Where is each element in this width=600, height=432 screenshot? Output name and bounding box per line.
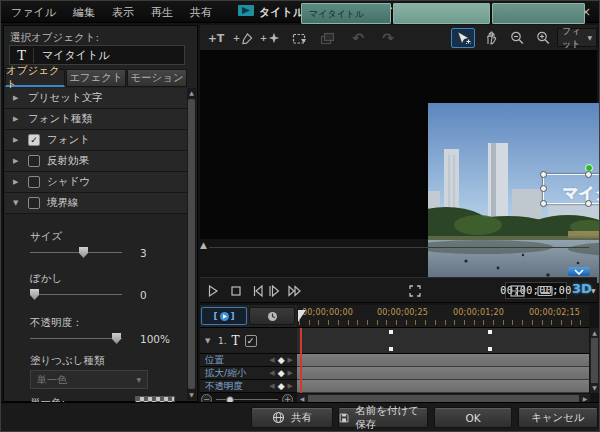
add-keyframe-icon[interactable]: ◆	[278, 381, 285, 391]
next-keyframe-icon[interactable]: ▶	[288, 382, 293, 390]
section-font-type[interactable]: ▶ フォント種類	[5, 109, 189, 130]
border-checkbox[interactable]	[28, 197, 40, 209]
ok-button[interactable]: OK	[434, 407, 512, 428]
scale-row-header[interactable]: 拡大/縮小 ◀ ◆ ▶	[200, 367, 297, 380]
title-clip-segment-2[interactable]	[393, 3, 490, 24]
selected-object-field[interactable]: T マイタイトル	[9, 45, 185, 65]
tab-effect[interactable]: エフェクト	[66, 69, 126, 87]
collapsed-arrow-icon[interactable]: ▶	[13, 115, 21, 123]
expanded-arrow-icon[interactable]: ▼	[13, 199, 21, 207]
clip-trim-handle[interactable]	[488, 347, 492, 351]
title-track-header[interactable]: ▼ 1. T ✓	[200, 328, 297, 354]
zoom-out-button[interactable]	[505, 28, 529, 48]
opacity-keyframe-lane[interactable]	[297, 380, 589, 393]
opacity-slider[interactable]	[30, 333, 122, 344]
panel-scrollbar[interactable]: ▲ ▼	[187, 88, 196, 400]
prev-keyframe-icon[interactable]: ◀	[269, 382, 274, 390]
tab-motion[interactable]: モーション	[127, 69, 187, 87]
title-clip-segment-3[interactable]	[492, 3, 585, 24]
pan-hand-tool-button[interactable]	[479, 28, 503, 48]
next-keyframe-icon[interactable]: ▶	[288, 369, 293, 377]
track-visibility-checkbox[interactable]: ✓	[245, 335, 257, 347]
seek-bar[interactable]	[209, 247, 589, 248]
scroll-down-icon[interactable]: ▼	[590, 383, 599, 393]
screen-view-button[interactable]	[536, 283, 554, 299]
collapsed-arrow-icon[interactable]: ▶	[13, 178, 21, 186]
panel-scrollbar-thumb[interactable]	[188, 99, 195, 389]
text-selection-box[interactable]	[543, 174, 600, 204]
3d-mode-button[interactable]: 3D	[572, 281, 592, 296]
blur-slider-thumb[interactable]	[30, 289, 39, 300]
share-button[interactable]: 共有	[251, 407, 333, 428]
timeline-vscroll-thumb[interactable]	[591, 338, 598, 383]
timeline-playhead[interactable]	[300, 328, 302, 393]
fullscreen-button[interactable]	[406, 283, 424, 299]
position-keyframe-lane[interactable]	[297, 354, 589, 367]
clip-trim-handle[interactable]	[488, 330, 492, 334]
3d-dropdown-arrow-icon[interactable]: ▼	[591, 287, 596, 294]
preview-canvas[interactable]: マイタイトル	[428, 103, 600, 283]
opacity-row-header[interactable]: 不透明度 ◀ ◆ ▶	[200, 380, 297, 393]
section-font[interactable]: ▶ ✓ フォント	[5, 130, 189, 151]
title-clip-segment-1[interactable]: マイタイトル	[301, 3, 391, 24]
add-pen-text-button[interactable]: +	[231, 28, 255, 48]
section-shadow[interactable]: ▶ シャドウ	[5, 172, 189, 193]
add-text-button[interactable]: +T	[204, 28, 228, 48]
section-preset-text[interactable]: ▶ プリセット文字	[5, 88, 189, 109]
shadow-checkbox[interactable]	[28, 176, 40, 188]
reflection-checkbox[interactable]	[28, 155, 40, 167]
zoom-in-button[interactable]	[531, 28, 555, 48]
stop-button[interactable]	[227, 283, 245, 299]
add-keyframe-icon[interactable]: ◆	[278, 355, 285, 365]
grid-view-button[interactable]	[508, 283, 526, 299]
add-keyframe-icon[interactable]: ◆	[278, 368, 285, 378]
resize-handle-w[interactable]	[540, 185, 547, 192]
fast-forward-button[interactable]	[286, 283, 304, 299]
expanded-arrow-icon[interactable]: ▼	[205, 337, 213, 345]
transform-tool-button[interactable]	[287, 28, 311, 48]
blur-slider[interactable]	[30, 289, 122, 300]
scroll-down-icon[interactable]: ▼	[187, 390, 196, 400]
next-keyframe-icon[interactable]: ▶	[288, 356, 293, 364]
scroll-up-icon[interactable]: ▲	[590, 328, 599, 338]
opacity-slider-thumb[interactable]	[112, 333, 121, 344]
timeline-vertical-scrollbar[interactable]: ▲ ▼	[590, 328, 599, 393]
font-checkbox[interactable]: ✓	[28, 134, 40, 146]
section-reflection[interactable]: ▶ 反射効果	[5, 151, 189, 172]
prev-keyframe-icon[interactable]: ◀	[269, 356, 274, 364]
position-row-header[interactable]: 位置 ◀ ◆ ▶	[200, 354, 297, 367]
clip-mode-button[interactable]: [ ]	[201, 307, 247, 325]
fill-type-dropdown[interactable]: 単一色 ▼	[30, 370, 148, 389]
scale-keyframe-lane[interactable]	[297, 367, 589, 380]
resize-handle-n[interactable]	[585, 171, 592, 178]
size-slider-thumb[interactable]	[79, 247, 88, 258]
collapsed-arrow-icon[interactable]: ▶	[13, 157, 21, 165]
clip-trim-handle[interactable]	[389, 347, 393, 351]
seek-playhead-icon[interactable]: ▲	[200, 240, 207, 250]
menu-view[interactable]: 表示	[112, 5, 134, 20]
timeline-ruler[interactable]: 00;00;00;00 00;00;00;25 00;00;01;20 00;0…	[297, 305, 589, 328]
zoom-fit-dropdown[interactable]: フィット ▼	[557, 28, 597, 47]
cancel-button[interactable]: キャンセル	[518, 407, 598, 428]
tab-object[interactable]: オブジェクト	[5, 69, 65, 87]
next-frame-button[interactable]	[265, 283, 283, 299]
resize-handle-s[interactable]	[585, 200, 592, 207]
menu-edit[interactable]: 編集	[73, 5, 95, 20]
timeline-playhead-flag[interactable]	[298, 310, 306, 322]
clip-trim-handle[interactable]	[389, 330, 393, 334]
title-track-lane[interactable]	[297, 328, 589, 354]
collapsed-arrow-icon[interactable]: ▶	[13, 94, 21, 102]
resize-handle-nw[interactable]	[540, 171, 547, 178]
prev-keyframe-icon[interactable]: ◀	[269, 369, 274, 377]
collapsed-arrow-icon[interactable]: ▶	[13, 136, 21, 144]
size-slider[interactable]	[30, 247, 122, 258]
section-border[interactable]: ▼ 境界線	[5, 193, 189, 214]
add-effect-text-button[interactable]: +	[258, 28, 282, 48]
save-as-button[interactable]: 名前を付けて保存	[338, 407, 428, 428]
time-mode-button[interactable]	[249, 307, 295, 325]
scroll-up-icon[interactable]: ▲	[187, 88, 196, 98]
menu-play[interactable]: 再生	[151, 5, 173, 20]
menu-share[interactable]: 共有	[190, 5, 212, 20]
collapse-panel-button[interactable]	[568, 267, 590, 276]
resize-handle-sw[interactable]	[540, 200, 547, 207]
